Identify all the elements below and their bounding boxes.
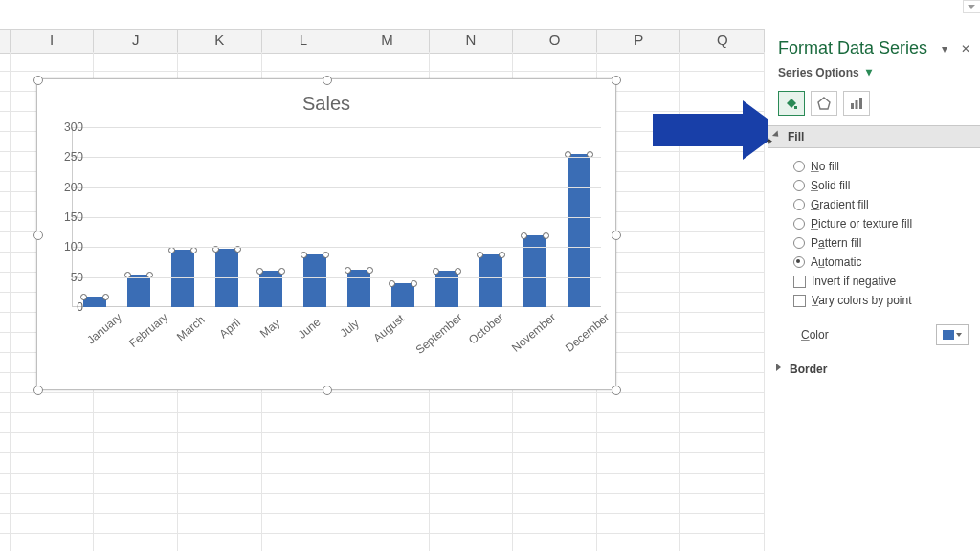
svg-rect-0 (794, 106, 797, 109)
category-label[interactable]: August (369, 310, 409, 345)
category-label[interactable]: July (330, 310, 369, 345)
paint-bucket-icon (943, 330, 954, 340)
task-pane-options-icon[interactable]: ▾ (942, 42, 947, 55)
y-axis-tick-label: 100 (55, 240, 83, 253)
selection-handle[interactable] (33, 386, 43, 395)
category-label[interactable]: June (290, 310, 329, 345)
fill-and-line-tab-icon[interactable] (778, 91, 805, 116)
series-options-dropdown[interactable]: Series Options ▾ (778, 66, 872, 79)
data-point[interactable] (127, 275, 150, 307)
category-label[interactable]: December (563, 310, 612, 354)
data-point[interactable] (171, 250, 194, 307)
pane-title: Format Data Series (778, 38, 927, 58)
chevron-down-icon (956, 333, 962, 337)
data-point[interactable] (479, 254, 502, 307)
selection-handle[interactable] (33, 231, 43, 240)
column-header[interactable]: J (94, 30, 178, 53)
solid-fill-radio[interactable]: Solid fill (793, 179, 972, 192)
svg-marker-1 (818, 98, 830, 109)
selection-handle[interactable] (323, 76, 332, 85)
effects-tab-icon[interactable] (811, 91, 837, 116)
border-section-header[interactable]: Border (768, 359, 980, 380)
column-header[interactable]: K (178, 30, 262, 53)
category-label[interactable]: May (251, 310, 290, 345)
column-header[interactable]: O (513, 30, 597, 53)
data-point[interactable] (83, 297, 106, 307)
chart-title[interactable]: Sales (37, 93, 615, 115)
data-point[interactable] (347, 270, 370, 307)
category-label[interactable]: September (413, 310, 465, 356)
selection-handle[interactable] (612, 76, 621, 85)
gridline (73, 157, 601, 158)
expand-triangle-icon (776, 364, 781, 371)
scroll-down-icon[interactable] (963, 0, 980, 13)
gridline (73, 127, 601, 128)
y-axis-tick-label: 300 (55, 121, 83, 134)
selection-handle[interactable] (33, 76, 43, 85)
gridline (73, 187, 601, 188)
category-axis-labels[interactable]: JanuaryFebruaryMarchAprilMayJuneJulyAugu… (72, 313, 600, 326)
svg-rect-4 (859, 98, 862, 109)
pattern-fill-radio[interactable]: Pattern fill (793, 236, 972, 250)
y-axis-tick-label: 200 (55, 181, 83, 194)
column-header[interactable]: I (11, 30, 95, 53)
column-header-row: IJKLMNOPQ (0, 29, 765, 54)
selection-handle[interactable] (323, 386, 332, 395)
data-point[interactable] (303, 254, 326, 307)
gradient-fill-radio[interactable]: Gradient fill (793, 198, 972, 211)
category-label[interactable]: November (509, 310, 558, 354)
gridline (73, 247, 601, 248)
category-label[interactable]: January (84, 310, 124, 346)
category-label[interactable]: February (126, 310, 170, 350)
plot-area[interactable] (72, 127, 601, 307)
cursor-icon: ⌖ (767, 136, 772, 147)
format-data-series-pane: Format Data Series ▾ ✕ Series Options ▾ (768, 29, 980, 551)
gridline (73, 217, 601, 218)
vary-colors-checkbox[interactable]: Vary colors by point (793, 294, 972, 307)
y-axis-tick-label: 250 (55, 150, 83, 164)
series-options-tab-icon[interactable] (843, 91, 870, 116)
column-header[interactable]: L (262, 30, 346, 53)
expand-triangle-icon (772, 130, 781, 139)
category-label[interactable]: April (211, 310, 250, 345)
gridline (73, 277, 601, 278)
fill-color-label: Color (801, 328, 829, 342)
chevron-down-icon: ▾ (866, 65, 872, 78)
selection-handle[interactable] (612, 231, 621, 240)
data-point[interactable] (523, 235, 546, 307)
column-header[interactable]: M (345, 30, 430, 53)
svg-rect-2 (851, 103, 854, 109)
y-axis-tick-label: 0 (55, 300, 83, 314)
selection-handle[interactable] (612, 386, 621, 395)
category-label[interactable]: October (466, 310, 506, 346)
close-pane-icon[interactable]: ✕ (961, 42, 970, 55)
fill-options: No fill Solid fill Gradient fill Picture… (768, 148, 980, 319)
category-label[interactable]: March (171, 310, 211, 345)
svg-rect-3 (856, 100, 858, 109)
fill-color-picker[interactable] (936, 324, 969, 345)
data-point[interactable] (568, 154, 590, 307)
automatic-fill-radio[interactable]: Automatic (793, 255, 972, 269)
column-header[interactable]: N (430, 30, 514, 53)
column-header[interactable]: Q (680, 30, 765, 53)
picture-fill-radio[interactable]: Picture or texture fill (793, 217, 972, 231)
data-point[interactable] (391, 283, 414, 307)
y-axis-tick-label: 50 (55, 271, 83, 284)
y-axis-tick-label: 150 (55, 210, 83, 224)
fill-section-header[interactable]: Fill ⌖ (768, 125, 980, 148)
invert-if-negative-checkbox[interactable]: Invert if negative (793, 275, 972, 288)
no-fill-radio[interactable]: No fill (793, 160, 972, 173)
column-header[interactable]: P (597, 30, 681, 53)
select-all-corner[interactable] (0, 30, 11, 53)
chart-object[interactable]: Sales JanuaryFebruaryMarchAprilMayJuneJu… (36, 78, 616, 390)
